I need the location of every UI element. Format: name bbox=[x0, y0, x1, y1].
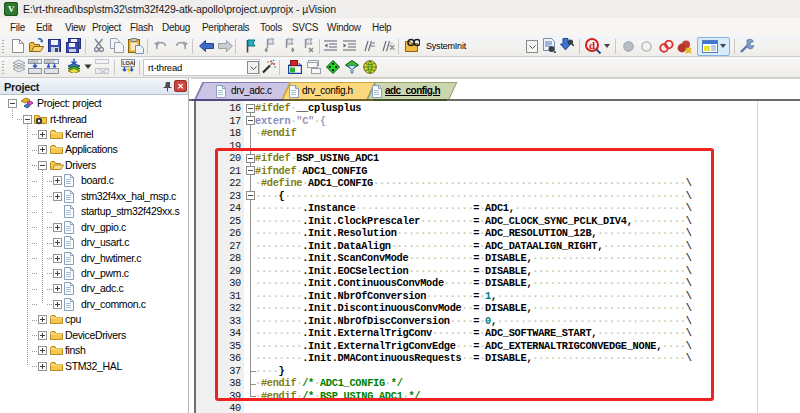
svg-text:0101: 0101 bbox=[46, 59, 56, 64]
svg-text:d: d bbox=[589, 39, 595, 51]
svg-text:0101: 0101 bbox=[30, 59, 40, 64]
svg-text:LOAD: LOAD bbox=[122, 60, 135, 66]
